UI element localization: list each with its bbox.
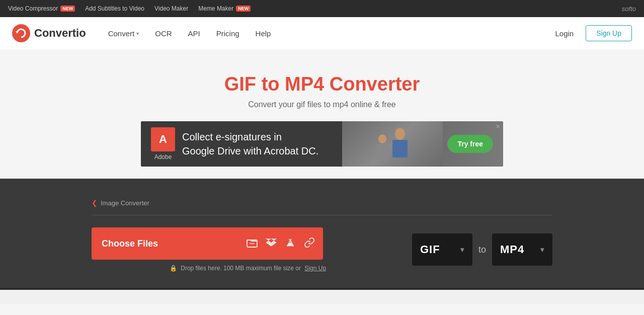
page-content <box>0 290 644 315</box>
adobe-logo-box: A <box>151 127 175 151</box>
topbar-video-maker-label: Video Maker <box>154 5 188 12</box>
target-format-label: MP4 <box>500 243 524 256</box>
topbar-add-subtitles-label: Add Subtitles to Video <box>85 5 144 12</box>
top-bar: Video Compressor NEW Add Subtitles to Vi… <box>0 0 644 17</box>
svg-rect-7 <box>250 243 255 244</box>
file-chooser-icons <box>238 237 323 251</box>
nav-link-ocr[interactable]: OCR <box>149 25 178 42</box>
svg-point-4 <box>378 134 386 143</box>
format-to-label: to <box>478 245 486 255</box>
nav-link-pricing[interactable]: Pricing <box>210 25 246 42</box>
svg-point-0 <box>12 24 30 42</box>
adobe-label: Adobe <box>154 153 172 161</box>
svg-rect-3 <box>392 140 408 158</box>
nav-links: Convert ▾ OCR API Pricing Help <box>102 25 549 42</box>
source-format-chevron-icon: ▾ <box>460 246 464 254</box>
drop-hint-text: Drop files here. 100 MB maximum file siz… <box>181 265 301 272</box>
topbar-add-subtitles[interactable]: Add Subtitles to Video <box>85 5 144 12</box>
ad-person-svg <box>367 124 418 164</box>
hero-subtitle: Convert your gif files to mp4 online & f… <box>8 100 636 109</box>
breadcrumb-bar: ❮ Image Converter <box>92 199 552 215</box>
svg-rect-5 <box>376 144 389 159</box>
source-format-select[interactable]: GIF ▾ <box>412 233 472 266</box>
nav-actions: Login Sign Up <box>549 25 632 42</box>
ad-banner: A Adobe Collect e-signatures inGoogle Dr… <box>141 121 503 167</box>
svg-point-2 <box>395 128 405 140</box>
nav-link-help[interactable]: Help <box>250 25 277 42</box>
topbar-video-maker[interactable]: Video Maker <box>154 5 188 12</box>
top-bar-brand: softo <box>622 5 636 13</box>
sign-up-link[interactable]: Sign Up <box>304 265 326 272</box>
target-format-chevron-icon: ▾ <box>540 246 544 254</box>
converter-divider <box>92 215 552 215</box>
ad-content: A Adobe Collect e-signatures inGoogle Dr… <box>141 121 503 167</box>
target-format-select[interactable]: MP4 ▾ <box>492 233 552 266</box>
topbar-meme-maker-badge: NEW <box>236 6 251 12</box>
bottom-preview <box>0 290 644 304</box>
dropbox-icon[interactable] <box>266 237 277 251</box>
nav-link-api[interactable]: API <box>182 25 206 42</box>
format-group: GIF ▾ to MP4 ▾ <box>412 233 552 266</box>
drop-hint: 🔒 Drop files here. 100 MB maximum file s… <box>92 265 404 272</box>
nav-logo[interactable]: Convertio <box>12 24 86 42</box>
converter-section-outer: ❮ Image Converter Choose Files <box>0 179 644 290</box>
breadcrumb-image-converter[interactable]: Image Converter <box>101 199 149 207</box>
ad-corner: ✕ <box>496 123 500 130</box>
lock-icon: 🔒 <box>170 265 177 272</box>
google-drive-icon[interactable] <box>285 237 296 251</box>
login-button[interactable]: Login <box>549 25 580 42</box>
convertio-logo-icon <box>12 24 30 42</box>
topbar-meme-maker-label: Meme Maker <box>198 5 233 12</box>
ad-text: Collect e-signatures inGoogle Drive with… <box>182 130 318 158</box>
convert-chevron-icon: ▾ <box>136 31 139 36</box>
file-chooser[interactable]: Choose Files <box>92 227 323 260</box>
chooser-wrapper: Choose Files <box>92 227 404 272</box>
ad-try-button[interactable]: Try free <box>447 135 493 153</box>
folder-icon[interactable] <box>247 238 258 250</box>
converter-row: Choose Files <box>92 227 552 272</box>
ad-left-section: A Adobe Collect e-signatures inGoogle Dr… <box>141 121 342 167</box>
ad-image <box>342 121 443 167</box>
top-bar-links: Video Compressor NEW Add Subtitles to Vi… <box>8 5 251 12</box>
hero-section: GIF to MP4 Converter Convert your gif fi… <box>0 49 644 179</box>
ad-right-section: Try free <box>342 121 503 167</box>
link-icon[interactable] <box>304 237 315 251</box>
adobe-logo: A Adobe <box>151 127 175 161</box>
navbar: Convertio Convert ▾ OCR API Pricing Help… <box>0 17 644 49</box>
nav-link-convert[interactable]: Convert ▾ <box>102 25 145 42</box>
signup-button[interactable]: Sign Up <box>586 25 632 41</box>
converter-section: ❮ Image Converter Choose Files <box>47 189 597 288</box>
topbar-video-compressor-badge: NEW <box>60 6 75 12</box>
choose-files-label: Choose Files <box>92 239 168 249</box>
topbar-video-compressor-label: Video Compressor <box>8 5 58 12</box>
nav-logo-text: Convertio <box>34 27 86 40</box>
hero-title: GIF to MP4 Converter <box>8 73 636 95</box>
source-format-label: GIF <box>420 243 440 256</box>
topbar-video-compressor[interactable]: Video Compressor NEW <box>8 5 75 12</box>
topbar-meme-maker[interactable]: Meme Maker NEW <box>198 5 251 12</box>
breadcrumb-chevron-icon: ❮ <box>92 199 98 207</box>
